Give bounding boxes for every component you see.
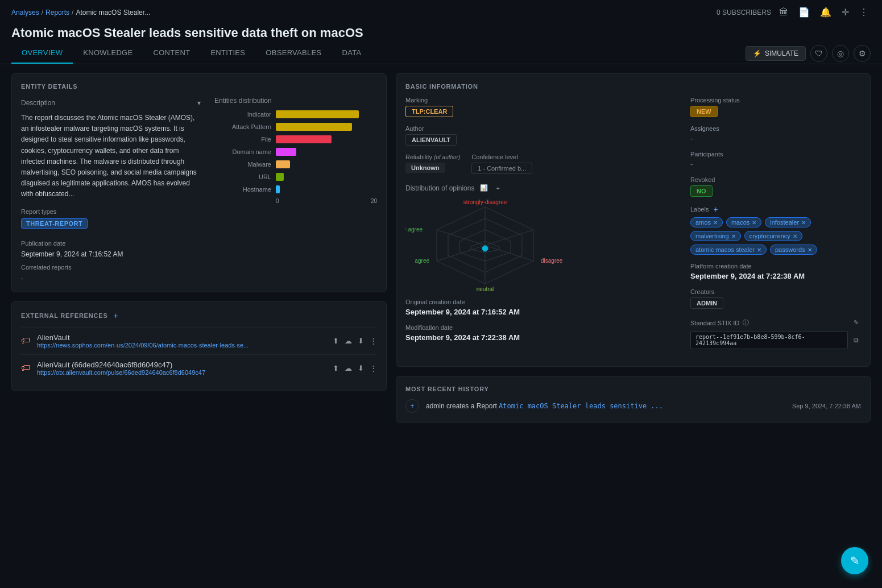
bar-fill-domain (276, 148, 296, 156)
tab-overview[interactable]: OVERVIEW (11, 43, 73, 64)
simulate-label: SIMULATE (765, 49, 798, 57)
bar-fill-malware (276, 160, 290, 168)
marking-group: Marking TLP:CLEAR (405, 97, 679, 117)
confidence-label: Confidence level (471, 154, 532, 160)
history-row: + admin creates a Report Atomic macOS St… (405, 399, 861, 413)
publication-date-field: Publication date September 9, 2024 at 7:… (21, 240, 203, 258)
history-time: Sep 9, 2024, 7:22:38 AM (792, 403, 861, 409)
pub-date-value: September 9, 2024 at 7:16:52 AM (21, 250, 203, 258)
report-type-chip: THREAT-REPORT (21, 218, 88, 229)
nav-tabs-left: OVERVIEW KNOWLEDGE CONTENT ENTITIES OBSE… (11, 43, 371, 64)
ref-info-1: AlienVault https://news.sophos.com/en-us… (37, 333, 326, 349)
ref-info-2: AlienVault (66ded924640ac6f8d6049c47) ht… (37, 361, 326, 376)
author-badge: ALIENVAULT (405, 134, 457, 146)
stix-copy-button[interactable]: ⧉ (851, 334, 861, 346)
opinions-chart-icon[interactable]: 📊 (478, 182, 490, 194)
arrows-icon[interactable]: ✛ (839, 5, 851, 20)
label-macos-remove[interactable]: ✕ (752, 220, 756, 226)
opinions-add-icon[interactable]: + (494, 183, 502, 194)
shield-icon-btn[interactable]: 🛡 (810, 45, 827, 62)
label-amos-remove[interactable]: ✕ (713, 220, 718, 226)
stix-edit-button[interactable]: ✎ (851, 317, 861, 329)
export-icon[interactable]: 🏛 (777, 5, 790, 20)
bar-fill-url (276, 173, 284, 181)
main-content: ENTITY DETAILS Description ▾ The report … (0, 64, 882, 432)
description-label: Description (21, 99, 55, 107)
basic-left: Marking TLP:CLEAR Author ALIENVAULT Reli… (405, 97, 679, 357)
entity-left: Description ▾ The report discusses the A… (21, 97, 203, 283)
report-types-label: Report types (21, 208, 203, 215)
basic-right: Processing status NEW Assignees - Partic… (690, 97, 861, 357)
labels-label: Labels (690, 206, 709, 213)
ref-upload-icon-2[interactable]: ☁ (345, 364, 352, 372)
label-infostealer: infostealer ✕ (765, 217, 811, 227)
label-cryptocurrency-remove[interactable]: ✕ (793, 233, 797, 239)
marking-label: Marking (405, 97, 679, 103)
opinions-header: Distribution of opinions 📊 + (405, 182, 679, 194)
tab-observables[interactable]: OBSERVABLES (255, 43, 332, 64)
breadcrumb-analyses[interactable]: Analyses (11, 9, 39, 16)
ref-link-icon-2[interactable]: ⬆ (333, 364, 339, 372)
ref-upload-icon-1[interactable]: ☁ (345, 337, 352, 345)
radar-chart: strongly-disagree disagree neutral agree… (405, 198, 565, 292)
label-amos-text: amos (695, 219, 711, 226)
assignees-group: Assignees - (690, 125, 861, 143)
bar-row-file: File (214, 135, 377, 143)
axis-min: 0 (276, 198, 279, 204)
pub-date-label: Publication date (21, 240, 203, 247)
breadcrumb-reports[interactable]: Reports (45, 9, 69, 16)
tab-data[interactable]: DATA (332, 43, 372, 64)
description-chevron[interactable]: ▾ (195, 97, 203, 109)
bell-icon[interactable]: 🔔 (818, 5, 834, 20)
assignees-label: Assignees (690, 125, 861, 132)
more-icon[interactable]: ⋮ (857, 5, 871, 20)
bar-label-hostname: Hostname (214, 186, 271, 193)
reliability-value: Unknown (405, 163, 445, 173)
bar-label-url: URL (214, 173, 271, 180)
opinions-title: Distribution of opinions (405, 184, 474, 192)
ref-download-icon-2[interactable]: ⬇ (358, 364, 364, 372)
label-atomic: atomic macos stealer ✕ (690, 245, 767, 255)
bar-container-attack (276, 123, 377, 131)
ref-actions-2: ⬆ ☁ ⬇ ⋮ (333, 364, 377, 372)
ref-actions-1: ⬆ ☁ ⬇ ⋮ (333, 337, 377, 345)
add-label-button[interactable]: + (712, 205, 719, 214)
bar-container-domain (276, 148, 377, 156)
breadcrumb-current: Atomic macOS Stealer... (76, 9, 150, 16)
doc-icon[interactable]: 📄 (796, 5, 812, 20)
label-passwords-remove[interactable]: ✕ (808, 247, 812, 253)
participants-value: - (690, 160, 693, 168)
reliability-confidence-row: Reliability (of author) Unknown Confiden… (405, 154, 679, 174)
label-atomic-remove[interactable]: ✕ (757, 247, 761, 253)
reliability-label: Reliability (of author) (405, 154, 460, 160)
label-passwords-text: passwords (775, 246, 805, 253)
entity-details-inner: Description ▾ The report discusses the A… (21, 97, 377, 283)
confidence-group: Confidence level 1 - Confirmed b... (471, 154, 532, 174)
ref-link-icon-1[interactable]: ⬆ (333, 337, 339, 345)
fab-edit-button[interactable]: ✎ (841, 547, 868, 574)
add-ref-button[interactable]: + (113, 311, 119, 320)
basic-info-label: BASIC INFORMATION (405, 83, 861, 90)
top-right-icons: 0 SUBSCRIBERS 🏛 📄 🔔 ✛ ⋮ (717, 5, 871, 20)
label-cryptocurrency: cryptocurrency ✕ (744, 231, 802, 241)
tab-entities[interactable]: ENTITIES (200, 43, 255, 64)
ref-more-icon-1[interactable]: ⋮ (370, 337, 377, 345)
gear-icon-btn[interactable]: ⚙ (854, 45, 871, 62)
subscribers-badge: 0 SUBSCRIBERS (717, 9, 771, 16)
tab-content[interactable]: CONTENT (143, 43, 200, 64)
revoked-group: Revoked NO (690, 176, 861, 197)
tab-knowledge[interactable]: KNOWLEDGE (73, 43, 143, 64)
target-icon-btn[interactable]: ◎ (832, 45, 849, 62)
bar-label-indicator: Indicator (214, 111, 271, 118)
simulate-button[interactable]: ⚡ SIMULATE (746, 46, 806, 61)
ref-download-icon-1[interactable]: ⬇ (358, 337, 364, 345)
bar-fill-hostname (276, 185, 280, 193)
label-infostealer-remove[interactable]: ✕ (801, 220, 806, 226)
ref-row-1: 🏷 AlienVault https://news.sophos.com/en-… (21, 327, 377, 354)
reliability-group: Reliability (of author) Unknown (405, 154, 460, 174)
stix-group: Standard STIX ID ⓘ ✎ report--1ef91e7b-b8… (690, 317, 861, 349)
svg-text:neutral: neutral (477, 286, 494, 292)
history-keyword: Atomic macOS Stealer leads sensitive ... (499, 402, 663, 410)
ref-more-icon-2[interactable]: ⋮ (370, 364, 377, 372)
label-malvertising-remove[interactable]: ✕ (731, 233, 736, 239)
